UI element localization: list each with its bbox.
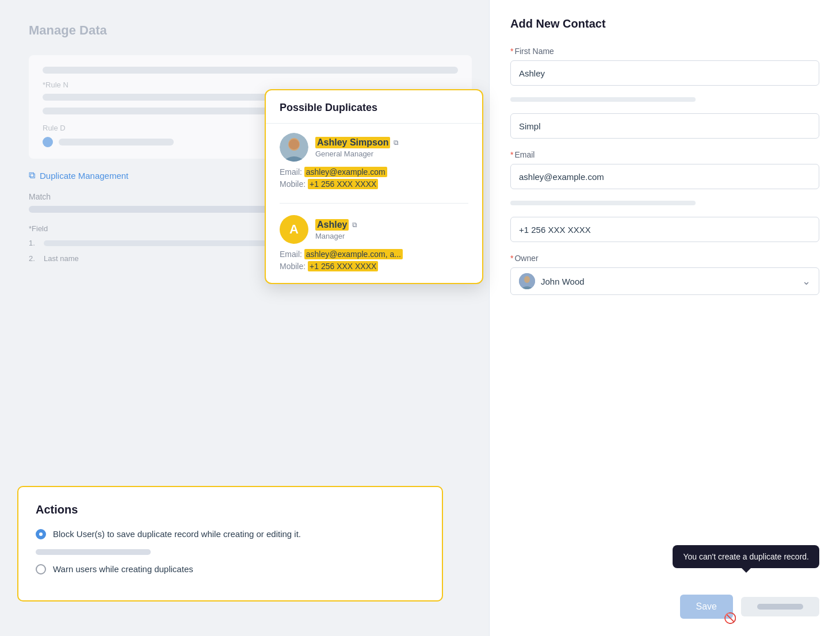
popup-title: Possible Duplicates [280,102,468,114]
avatar-svg-1 [280,133,308,162]
no-symbol-icon: 🚫 [724,612,736,624]
email-label: *Email [510,150,819,159]
panel-title: Add New Contact [510,17,819,30]
duplicate-tooltip: You can't create a duplicate record. [673,545,819,568]
save-button-wrapper: Save 🚫 [680,595,733,619]
phone-divider [510,201,696,205]
last-name-group [510,113,819,139]
last-name-input[interactable] [510,113,819,139]
contact-1-avatar [280,133,308,162]
action-label-1: Block User(s) to save duplicate record w… [53,528,301,540]
contact-2-mobile-value: +1 256 XXX XXXX [308,261,378,271]
svg-point-2 [289,139,299,150]
last-name-text: Last name [44,254,79,263]
duplicates-popup: Possible Duplicates Ashley Simpson ⧉ [265,89,483,284]
owner-label-text: Owner [514,254,538,263]
duplicate-link-text: Duplicate Management [40,171,128,181]
blurred-bar-3 [43,108,292,114]
contact-1-role: General Manager [315,150,399,158]
contact-2-email: Email: ashley@example.com, a... [280,250,468,259]
item-number-2: 2. [29,254,38,263]
last-name-divider [510,97,696,102]
owner-select[interactable]: John Wood ⌄ [510,267,819,295]
contact-2-avatar: A [280,215,308,244]
tooltip-text: You can't create a duplicate record. [683,552,809,561]
owner-label: *Owner [510,254,819,263]
required-star-1: * [510,47,513,56]
contact-2-mobile: Mobile: +1 256 XXX XXXX [280,262,468,271]
contact-2-header: A Ashley ⧉ Manager [280,215,468,244]
contact-2-email-value: ashley@example.com, a... [304,249,403,259]
contact-2-name-row: Ashley ⧉ [315,219,357,231]
popup-header: Possible Duplicates [266,90,482,124]
contact-1-email: Email: ashley@example.com [280,167,468,177]
action-option-1-row[interactable]: Block User(s) to save duplicate record w… [36,528,425,540]
cancel-bar [757,604,803,610]
first-name-input[interactable] [510,60,819,86]
contact-1-mobile-value: +1 256 XXX XXXX [308,179,378,189]
contact-1-email-value: ashley@example.com [304,167,387,177]
email-label-2: Email: [280,250,302,259]
contact-2-role: Manager [315,232,357,240]
chevron-down-icon: ⌄ [802,275,811,288]
bottom-buttons: Save 🚫 [680,595,819,619]
actions-title: Actions [36,503,425,516]
manage-data-title: Manage Data [29,23,472,38]
contact-1-mobile: Mobile: +1 256 XXX XXXX [280,179,468,189]
blurred-bar-action [36,549,151,555]
item-number-1: 1. [29,239,38,247]
email-input[interactable] [510,164,819,189]
mobile-label-2: Mobile: [280,262,306,271]
contact-2-name-section: Ashley ⧉ Manager [315,219,357,240]
phone-input[interactable] [510,217,819,242]
contact-1-name-row: Ashley Simpson ⧉ [315,137,399,148]
first-name-label: *First Name [510,47,819,56]
email-label-1: Email: [280,167,302,177]
owner-name: John Wood [541,277,585,286]
save-label: Save [696,601,717,612]
contact-1-header: Ashley Simpson ⧉ General Manager [280,133,468,162]
right-panel: Add New Contact *First Name *Email *Owne… [489,0,840,636]
duplicate-icon: ⧉ [29,170,35,181]
first-name-label-text: First Name [514,47,553,56]
cancel-button[interactable] [741,597,819,616]
contact-2-initial: A [289,222,299,237]
action-label-2: Warn users while creating duplicates [53,563,193,575]
owner-avatar-svg [519,273,535,289]
owner-group: *Owner John Wood ⌄ [510,254,819,295]
email-label-text: Email [514,150,534,159]
radio-empty[interactable] [36,564,46,574]
svg-point-4 [524,276,530,283]
first-name-group: *First Name [510,47,819,86]
actions-box: Actions Block User(s) to save duplicate … [17,486,443,601]
contact-1-name: Ashley Simpson [315,137,390,148]
email-group: *Email [510,150,819,189]
contact-2-external-link[interactable]: ⧉ [352,221,357,229]
popup-body: Ashley Simpson ⧉ General Manager Email: … [266,124,482,283]
radio-indicator [43,137,53,147]
contact-1-name-section: Ashley Simpson ⧉ General Manager [315,137,399,158]
required-star-3: * [510,254,513,263]
blurred-bar [43,67,458,74]
contact-2-name: Ashley [315,219,349,231]
rule-n-label: *Rule N [43,81,458,89]
owner-avatar [519,273,535,289]
contact-1-external-link[interactable]: ⧉ [394,139,399,147]
contact-card-2: A Ashley ⧉ Manager Email: ashley@example… [280,215,468,271]
required-star-2: * [510,150,513,159]
phone-group [510,217,819,242]
owner-left: John Wood [519,273,585,289]
action-option-2-row[interactable]: Warn users while creating duplicates [36,563,425,575]
blurred-bar-4 [59,139,174,145]
mobile-label-1: Mobile: [280,179,306,189]
radio-filled[interactable] [36,529,46,539]
contact-card-1: Ashley Simpson ⧉ General Manager Email: … [280,133,468,204]
